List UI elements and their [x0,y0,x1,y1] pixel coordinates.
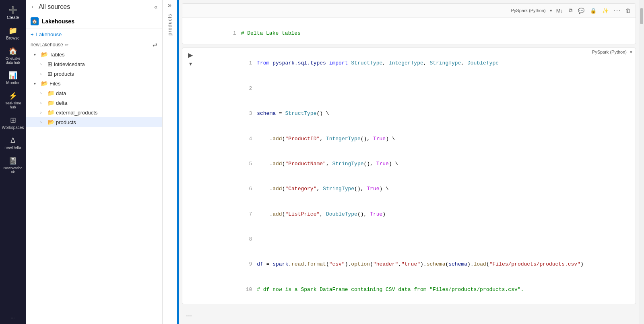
nav-item-realtime[interactable]: ⚡ Real-Timehub [2,89,24,112]
code-line-2-10: 10# df now is a Spark DataFrame containi… [198,277,586,302]
cell-more-button[interactable]: ... [185,309,193,319]
nav-item-newnotebook[interactable]: 📓 NewNotebook [2,154,24,177]
code-line-2-5: 5 .add("ProductName", StringType(), True… [198,152,586,177]
right-scrollbar[interactable] [639,0,644,324]
lakehouse-title: Lakehouses [42,18,74,25]
workspace-label: newLakehouse ✏ ⇄ [26,40,162,50]
code-line-1-1: 1# Delta Lake tables [189,21,632,44]
back-button[interactable]: ← All sources [31,3,70,10]
main-content: PySpark (Python) ▾ M↓ ⧉ 💬 🔒 ✨ ⋯ 🗑 1# Del… [177,0,644,324]
tree-label-data: data [56,90,66,96]
sidebar-collapse-button[interactable]: « [154,4,157,10]
folder-data-icon: 📁 [47,90,54,96]
nav-label-newdelta: newDelta [4,145,21,150]
cell-1-delete-btn[interactable]: 🗑 [624,7,632,15]
cell-1-sparkle-btn[interactable]: ✨ [601,7,610,15]
cell-1-copy-btn[interactable]: ⧉ [567,6,574,15]
tree-label-tables: Tables [50,52,65,58]
newdelta-icon: ∆ [10,136,15,145]
nav-label-create: Create [7,15,19,20]
sidebar: ← All sources « 🏠 Lakehouses + Lakehouse… [26,0,163,324]
cell-2-controls: ▶ ▾ [182,48,198,304]
collapse-icon: « [154,4,157,10]
onelake-icon: 🏠 [8,47,17,56]
tree-item-external-products[interactable]: › 📁 external_products [26,108,162,117]
nav-item-browse[interactable]: 📁 Browse [2,24,24,43]
sidebar-header: ← All sources « [26,0,162,14]
tree-item-products-files[interactable]: › 📂 products [26,117,162,127]
code-line-2-3: 3schema = StructType() \ [198,101,586,126]
back-arrow-icon: ← [31,3,37,10]
chevron-iotdevicedata: › [40,62,46,66]
nav-item-onelake[interactable]: 🏠 OneLakedata hub [2,44,24,67]
cell-2-collapse-button[interactable]: ▾ [189,60,192,67]
left-nav: ➕ Create 📁 Browse 🏠 OneLakedata hub 📊 Mo… [0,0,26,324]
chevron-products-table: › [40,72,46,76]
chevron-tables: ▾ [34,52,39,57]
cell-2-run-button[interactable]: ▶ [188,51,193,59]
nav-item-workspaces[interactable]: ⊞ Workspaces [2,113,24,132]
file-tree: ▾ 📂 Tables › ⊞ iotdevicedata › ⊞ product… [26,50,162,324]
cell-1-lock-btn[interactable]: 🔒 [588,7,598,15]
notebook-area: PySpark (Python) ▾ M↓ ⧉ 💬 🔒 ✨ ⋯ 🗑 1# Del… [177,0,644,324]
code-line-2-4: 4 .add("ProductID", IntegerType(), True)… [198,127,586,152]
chevron-delta: › [40,101,46,105]
cell-1-lang-badge: PySpark (Python) [511,8,545,13]
tree-label-iotdevicedata: iotdevicedata [54,61,85,67]
cell-1-chat-btn[interactable]: 💬 [576,7,586,15]
nav-item-monitor[interactable]: 📊 Monitor [2,69,24,87]
tree-label-delta: delta [56,100,67,106]
table-products-icon: ⊞ [47,71,52,77]
realtime-icon: ⚡ [8,91,17,100]
nav-item-create[interactable]: ➕ Create [2,3,24,22]
lakehouse-icon: 🏠 [31,17,39,25]
nav-item-newdelta[interactable]: ∆ newDelta [2,134,24,152]
tree-label-products-table: products [54,71,74,77]
monitor-icon: 📊 [8,71,17,80]
expand-panel: » products [163,0,177,324]
tree-item-products-table[interactable]: › ⊞ products [26,69,162,79]
chevron-external-products: › [40,110,46,115]
chevron-data: › [40,91,46,96]
tree-item-data[interactable]: › 📁 data [26,88,162,98]
tree-label-files: Files [50,81,60,87]
cells-area: PySpark (Python) ▾ M↓ ⧉ 💬 🔒 ✨ ⋯ 🗑 1# Del… [179,0,639,324]
tree-item-files[interactable]: ▾ 📂 Files [26,79,162,88]
nav-more[interactable]: ... [2,312,24,324]
cell-1-markdown-btn[interactable]: M↓ [555,7,565,15]
more-dots: ... [11,315,14,319]
expand-sidebar-button[interactable]: » [166,0,173,10]
tree-item-iotdevicedata[interactable]: › ⊞ iotdevicedata [26,59,162,69]
cell-1-more-btn[interactable]: ⋯ [613,5,621,16]
cell-1-toolbar: PySpark (Python) ▾ M↓ ⧉ 💬 🔒 ✨ ⋯ 🗑 [182,4,636,18]
lakehouse-header: 🏠 Lakehouses [26,14,162,29]
nav-label-browse: Browse [6,36,19,40]
tree-item-delta[interactable]: › 📁 delta [26,98,162,108]
add-lakehouse-label: Lakehouse [36,31,62,37]
edit-icon: ✏ [65,42,68,48]
folder-delta-icon: 📁 [47,100,54,106]
workspaces-icon: ⊞ [10,116,16,125]
browse-icon: 📁 [8,26,17,35]
all-sources-label: All sources [39,3,70,10]
nav-label-monitor: Monitor [6,81,19,85]
cell-2-body: ▶ ▾ 1from pyspark.sql.types import Struc… [182,48,636,304]
sync-button[interactable]: ⇄ [153,42,157,48]
cell-1: PySpark (Python) ▾ M↓ ⧉ 💬 🔒 ✨ ⋯ 🗑 1# Del… [182,3,636,44]
workspace-name: newLakehouse [31,42,63,48]
folder-tables-icon: 📂 [41,51,48,58]
tree-label-external-products: external_products [56,110,97,116]
folder-external-icon: 📁 [47,109,54,116]
tree-item-tables[interactable]: ▾ 📂 Tables [26,50,162,59]
nav-label-newnotebook: NewNotebook [3,166,22,174]
create-icon: ➕ [8,6,17,15]
scrollbar-thumb[interactable] [640,8,643,24]
cell-2-dropdown-icon: ▾ [630,50,632,55]
chevron-files: ▾ [34,81,39,86]
table-iotdevicedata-icon: ⊞ [47,61,52,67]
cell-2-code: 1from pyspark.sql.types import StructTyp… [198,48,589,304]
sync-icon: ⇄ [153,42,157,48]
folder-products-icon: 📂 [47,119,54,125]
add-lakehouse-button[interactable]: + Lakehouse [26,29,162,40]
vertical-label: products [167,10,173,39]
